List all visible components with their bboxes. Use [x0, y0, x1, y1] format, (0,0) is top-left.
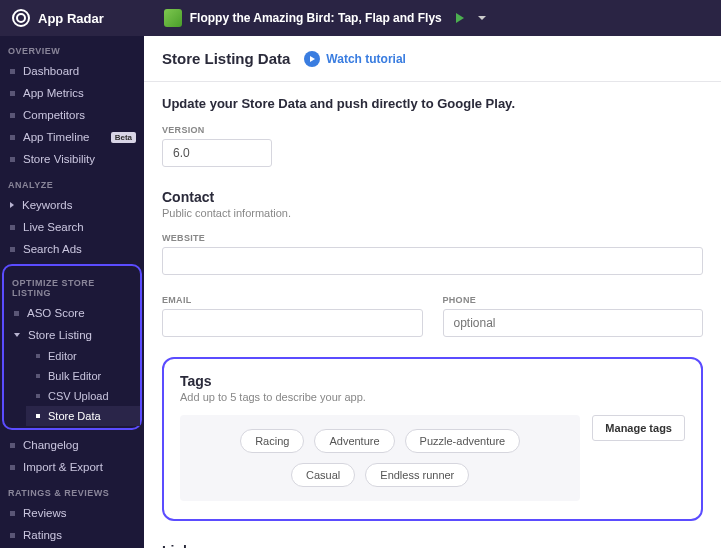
contact-sub: Public contact information. [162, 207, 703, 219]
app-icon [164, 9, 182, 27]
version-input[interactable] [162, 139, 272, 167]
beta-badge: Beta [111, 132, 136, 143]
sidebar: OVERVIEW Dashboard App Metrics Competito… [0, 36, 144, 548]
caret-down-icon [14, 333, 20, 337]
sidebar-item-reviews[interactable]: Reviews [0, 502, 144, 524]
version-label: VERSION [162, 125, 703, 135]
sidebar-item-import-export[interactable]: Import & Export [0, 456, 144, 478]
email-input[interactable] [162, 309, 423, 337]
links-heading: Links [162, 543, 703, 548]
sidebar-item-dashboard[interactable]: Dashboard [0, 60, 144, 82]
page-title: Store Listing Data [162, 50, 290, 67]
contact-heading: Contact [162, 189, 703, 205]
sidebar-section-overview: OVERVIEW [0, 36, 144, 60]
tags-card: Tags Add up to 5 tags to describe your a… [162, 357, 703, 521]
sidebar-item-store-data[interactable]: Store Data [26, 406, 140, 426]
sidebar-item-changelog[interactable]: Changelog [0, 434, 144, 456]
sidebar-item-search-ads[interactable]: Search Ads [0, 238, 144, 260]
tutorial-label: Watch tutorial [326, 52, 406, 66]
sidebar-item-aso-score[interactable]: ASO Score [4, 302, 140, 324]
watch-tutorial-link[interactable]: Watch tutorial [304, 51, 406, 67]
sidebar-item-editor[interactable]: Editor [26, 346, 140, 366]
sidebar-item-store-listing[interactable]: Store Listing [4, 324, 140, 346]
topbar: App Radar Floppy the Amazing Bird: Tap, … [0, 0, 721, 36]
email-label: EMAIL [162, 295, 423, 305]
sidebar-section-ratings: RATINGS & REVIEWS [0, 478, 144, 502]
phone-input[interactable] [443, 309, 704, 337]
tag-endless-runner[interactable]: Endless runner [365, 463, 469, 487]
tag-casual[interactable]: Casual [291, 463, 355, 487]
sidebar-item-competitors[interactable]: Competitors [0, 104, 144, 126]
sidebar-item-keywords[interactable]: Keywords [0, 194, 144, 216]
play-store-icon [456, 13, 464, 23]
update-description: Update your Store Data and push directly… [162, 96, 703, 111]
tags-sub: Add up to 5 tags to describe your app. [180, 391, 685, 403]
brand-logo-icon [12, 9, 30, 27]
main-content: Store Listing Data Watch tutorial Update… [144, 36, 721, 548]
app-selector[interactable]: Floppy the Amazing Bird: Tap, Flap and F… [164, 9, 486, 27]
tag-racing[interactable]: Racing [240, 429, 304, 453]
phone-label: PHONE [443, 295, 704, 305]
sidebar-item-app-metrics[interactable]: App Metrics [0, 82, 144, 104]
manage-tags-button[interactable]: Manage tags [592, 415, 685, 441]
page-header: Store Listing Data Watch tutorial [144, 36, 721, 82]
brand-text: App Radar [38, 11, 104, 26]
tags-pool: Racing Adventure Puzzle-adventure Casual… [180, 415, 580, 501]
brand[interactable]: App Radar [12, 9, 104, 27]
sidebar-section-optimize: OPTIMIZE STORE LISTING [4, 268, 140, 302]
sidebar-section-analyze: ANALYZE [0, 170, 144, 194]
chevron-down-icon [478, 16, 486, 20]
tag-adventure[interactable]: Adventure [314, 429, 394, 453]
sidebar-item-ratings[interactable]: Ratings [0, 524, 144, 546]
sidebar-item-csv-upload[interactable]: CSV Upload [26, 386, 140, 406]
sidebar-item-app-timeline[interactable]: App TimelineBeta [0, 126, 144, 148]
caret-right-icon [10, 202, 14, 208]
sidebar-highlight-optimize: OPTIMIZE STORE LISTING ASO Score Store L… [2, 264, 142, 430]
tags-heading: Tags [180, 373, 685, 389]
play-icon [304, 51, 320, 67]
sidebar-item-bulk-editor[interactable]: Bulk Editor [26, 366, 140, 386]
sidebar-item-live-search[interactable]: Live Search [0, 216, 144, 238]
website-label: WEBSITE [162, 233, 703, 243]
sidebar-item-store-visibility[interactable]: Store Visibility [0, 148, 144, 170]
tag-puzzle-adventure[interactable]: Puzzle-adventure [405, 429, 521, 453]
website-input[interactable] [162, 247, 703, 275]
app-name: Floppy the Amazing Bird: Tap, Flap and F… [190, 11, 442, 25]
